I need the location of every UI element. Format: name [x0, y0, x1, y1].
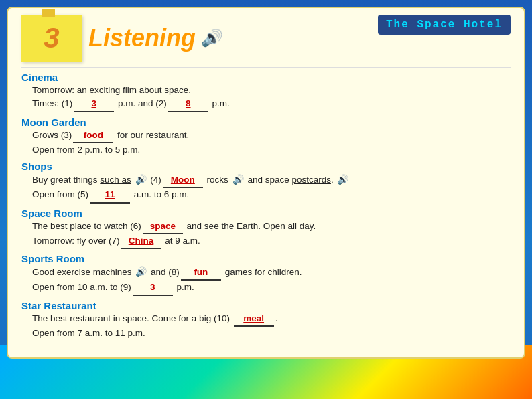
cinema-line-2: Times: (1) 3 p.m. and (2) 8 p.m.	[21, 97, 511, 112]
number-badge: 3	[21, 15, 82, 62]
section-shops: Shops Buy great things such as 🔊 (4) Moo…	[21, 161, 511, 204]
answer-7: China	[127, 234, 155, 248]
section-title-space-room: Space Room	[21, 208, 511, 219]
underlined-such-as: such as	[100, 175, 131, 185]
section-title-shops: Shops	[21, 161, 511, 172]
section-title-star-restaurant: Star Restaurant	[21, 300, 511, 311]
header-divider	[21, 67, 511, 68]
section-star-restaurant: Star Restaurant The best restaurant in s…	[21, 300, 511, 341]
exercise-number: 3	[44, 22, 59, 54]
blank-9: 3	[133, 281, 173, 295]
answer-2: 8	[184, 97, 192, 110]
section-sports-room: Sports Room Good exercise machines 🔊 and…	[21, 253, 511, 296]
moon-garden-line-2: Open from 2 p.m. to 5 p.m.	[21, 143, 511, 157]
blank-6: space	[143, 220, 183, 234]
cinema-line-1: Tomorrow: an exciting film about space.	[21, 84, 511, 97]
blank-4: Moon	[163, 173, 203, 188]
speaker-icon-2: 🔊	[135, 173, 147, 187]
sports-room-line-1: Good exercise machines 🔊 and (8) fun gam…	[21, 265, 511, 281]
answer-8: fun	[192, 266, 209, 279]
answer-4: Moon	[170, 173, 196, 187]
blank-7: China	[121, 234, 161, 249]
answer-6: space	[149, 220, 177, 233]
shops-line-2: Open from (5) 11 a.m. to 6 p.m.	[21, 188, 511, 203]
section-moon-garden: Moon Garden Grows (3) food for our resta…	[21, 116, 511, 157]
sports-room-line-2: Open from 10 a.m. to (9) 3 p.m.	[21, 281, 511, 295]
blank-10: meal	[234, 312, 274, 327]
answer-1: 3	[90, 97, 98, 110]
blank-3: food	[73, 129, 113, 143]
section-title-sports-room: Sports Room	[21, 253, 511, 264]
title-text: Listening	[88, 24, 196, 52]
answer-10: meal	[242, 312, 265, 325]
speaker-icon: 🔊	[201, 29, 221, 48]
hotel-title: The Space Hotel	[378, 15, 511, 35]
star-restaurant-line-2: Open from 7 a.m. to 11 p.m.	[21, 327, 511, 340]
shops-line-1: Buy great things such as 🔊 (4) Moon rock…	[21, 173, 511, 188]
section-space-room: Space Room The best place to watch (6) s…	[21, 208, 511, 250]
speaker-icon-3: 🔊	[232, 173, 244, 187]
listening-title: Listening 🔊	[88, 24, 221, 52]
space-room-line-1: The best place to watch (6) space and se…	[21, 220, 511, 234]
section-title-cinema: Cinema	[21, 72, 511, 83]
underlined-machines: machines	[93, 267, 132, 277]
answer-9: 3	[149, 281, 157, 294]
answer-3: food	[82, 129, 105, 142]
blank-1: 3	[74, 97, 114, 112]
section-title-moon-garden: Moon Garden	[21, 116, 511, 128]
space-room-line-2: Tomorrow: fly over (7) China at 9 a.m.	[21, 234, 511, 249]
blank-8: fun	[181, 266, 221, 281]
speaker-icon-5: 🔊	[135, 265, 147, 279]
blank-5: 11	[90, 188, 130, 203]
blank-2: 8	[168, 97, 208, 112]
answer-5: 11	[104, 188, 117, 202]
star-restaurant-line-1: The best restaurant in space. Come for a…	[21, 312, 511, 327]
main-content-area: 3 Listening 🔊 The Space Hotel Cinema Tom…	[7, 7, 525, 359]
header: 3 Listening 🔊 The Space Hotel	[21, 15, 511, 62]
speaker-icon-4: 🔊	[337, 173, 348, 187]
moon-garden-line-1: Grows (3) food for our restaurant.	[21, 129, 511, 143]
underlined-postcards: postcards	[291, 175, 331, 185]
section-cinema: Cinema Tomorrow: an exciting film about …	[21, 72, 511, 112]
